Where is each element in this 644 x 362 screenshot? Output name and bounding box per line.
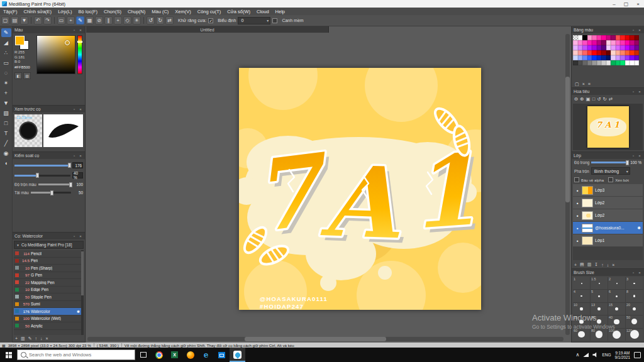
palette-swatch[interactable] bbox=[606, 35, 611, 40]
palette-swatch[interactable] bbox=[630, 35, 635, 40]
rotate-cw-button[interactable]: ↻ bbox=[156, 16, 164, 25]
store-taskbar-button[interactable] bbox=[214, 348, 230, 362]
move-up-button[interactable]: ↑ bbox=[601, 263, 604, 267]
palette-swatch[interactable] bbox=[620, 40, 625, 45]
maximize-button[interactable]: ▢ bbox=[620, 0, 632, 8]
palette-swatch[interactable] bbox=[611, 40, 616, 45]
excel-taskbar-button[interactable] bbox=[167, 348, 182, 362]
navigator-thumbnail[interactable]: 7 A 1 bbox=[587, 106, 629, 148]
palette-swatch[interactable] bbox=[601, 35, 606, 40]
flip-button[interactable]: ⇄ bbox=[165, 16, 174, 25]
brush-size-cell[interactable]: 25 bbox=[573, 315, 590, 327]
palette-swatch[interactable] bbox=[620, 45, 625, 50]
open-file-button[interactable]: ▤ bbox=[11, 16, 19, 25]
menu-item-3[interactable]: Lớp(L) bbox=[55, 9, 75, 14]
brush-size-cell[interactable]: 8 bbox=[626, 290, 643, 302]
palette-swatch[interactable] bbox=[620, 35, 625, 40]
palette-swatch[interactable] bbox=[611, 55, 616, 60]
delete-color-button[interactable]: × bbox=[582, 82, 585, 86]
menu-item-1[interactable]: Tập(F) bbox=[0, 9, 21, 14]
menu-item-8[interactable]: Xem(V) bbox=[172, 9, 194, 14]
color-swatches[interactable] bbox=[15, 36, 29, 49]
palette-swatch[interactable] bbox=[601, 45, 606, 50]
palette-swatch[interactable] bbox=[625, 45, 630, 50]
undock-icon[interactable]: ▫ bbox=[631, 271, 636, 275]
palette-swatch[interactable] bbox=[578, 55, 583, 60]
alpha-lock-checkbox[interactable] bbox=[574, 177, 579, 182]
palette-swatch[interactable] bbox=[616, 40, 621, 45]
palette-swatch[interactable] bbox=[635, 35, 640, 40]
undock-icon[interactable]: ▫ bbox=[631, 28, 636, 32]
gradient-tool-button[interactable]: ▧ bbox=[1, 109, 11, 118]
brush-button[interactable]: ✎ bbox=[76, 16, 84, 25]
move-down-button[interactable]: ↓ bbox=[607, 263, 609, 267]
brush-size-cell[interactable]: 10 bbox=[573, 303, 590, 315]
magic-wand-tool-button[interactable]: ✶ bbox=[1, 79, 11, 87]
vertical-scrollbar-thumb[interactable] bbox=[565, 77, 570, 202]
brush-size-cell[interactable]: 2 bbox=[608, 277, 625, 289]
palette-swatch[interactable] bbox=[578, 40, 583, 45]
move-down-button[interactable]: ↓ bbox=[40, 336, 43, 341]
start-button[interactable] bbox=[0, 348, 17, 362]
palette-swatch[interactable] bbox=[597, 45, 602, 50]
palette-swatch[interactable] bbox=[578, 60, 583, 65]
brush-size-cell[interactable]: 60 bbox=[573, 329, 590, 341]
horizontal-scrollbar-thumb[interactable] bbox=[245, 337, 386, 341]
text-tool-button[interactable]: T bbox=[1, 129, 11, 138]
snap-off-button[interactable]: ⊘ bbox=[95, 16, 103, 25]
palette-swatch[interactable] bbox=[620, 60, 625, 65]
menu-item-11[interactable]: Cloud bbox=[253, 9, 272, 14]
palette-swatch[interactable] bbox=[587, 45, 592, 50]
antialias-checkbox[interactable]: ✓ bbox=[208, 18, 213, 23]
fill-tool-button[interactable]: ▼ bbox=[1, 99, 11, 107]
eraser-tool-button[interactable]: ◢ bbox=[1, 38, 11, 47]
network-icon[interactable] bbox=[583, 353, 589, 357]
palette-swatch[interactable] bbox=[587, 40, 592, 45]
palette-swatch[interactable] bbox=[573, 35, 578, 40]
palette-swatch[interactable] bbox=[630, 45, 635, 50]
palette-swatch[interactable] bbox=[573, 60, 578, 65]
add-layer-button[interactable]: + bbox=[574, 263, 577, 267]
clipping-checkbox[interactable] bbox=[608, 177, 613, 182]
close-icon[interactable]: × bbox=[78, 107, 83, 111]
palette-swatch[interactable] bbox=[578, 50, 583, 55]
palette-swatch[interactable] bbox=[635, 50, 640, 55]
palette-swatch[interactable] bbox=[625, 40, 630, 45]
add-color-button[interactable]: ▢ bbox=[575, 82, 579, 87]
palette-swatch[interactable] bbox=[592, 55, 597, 60]
medibang-taskbar-button[interactable] bbox=[230, 348, 245, 362]
palette-swatch[interactable] bbox=[611, 35, 616, 40]
brush-item-g-pen[interactable]: 97G Pen bbox=[14, 272, 84, 280]
brush-size-cell[interactable]: 13 bbox=[591, 303, 608, 315]
brush-size-cell[interactable]: 50 bbox=[626, 315, 643, 327]
palette-swatch[interactable] bbox=[582, 50, 587, 55]
palette-swatch[interactable] bbox=[582, 60, 587, 65]
menu-item-9[interactable]: Công cụ(T) bbox=[194, 9, 225, 14]
palette-swatch[interactable] bbox=[601, 50, 606, 55]
menu-item-7[interactable]: Màu (C) bbox=[148, 9, 172, 14]
close-icon[interactable]: × bbox=[637, 271, 642, 275]
layer-row[interactable]: ●@hoasakura0...✱ bbox=[573, 222, 643, 234]
palette-swatch[interactable] bbox=[587, 55, 592, 60]
brush-size-cell[interactable]: 6 bbox=[608, 290, 625, 302]
zoom-out-button[interactable]: ⊖ bbox=[574, 96, 578, 102]
hue-slider[interactable] bbox=[77, 35, 82, 74]
palette-swatch[interactable] bbox=[597, 60, 602, 65]
fit-screen-button[interactable]: ▣ bbox=[586, 96, 591, 102]
close-icon[interactable]: × bbox=[637, 154, 642, 158]
undock-icon[interactable]: ▫ bbox=[631, 154, 636, 158]
move-up-button[interactable]: ↑ bbox=[35, 336, 38, 341]
foreground-color-swatch[interactable] bbox=[15, 36, 25, 45]
palette-swatch[interactable] bbox=[597, 55, 602, 60]
palette-swatch[interactable] bbox=[587, 60, 592, 65]
palette-swatch[interactable] bbox=[635, 60, 640, 65]
brush-size-cell[interactable]: 1 bbox=[573, 277, 590, 289]
horizontal-scrollbar[interactable] bbox=[87, 337, 564, 341]
palette-swatch[interactable] bbox=[611, 60, 616, 65]
flip-button[interactable]: ⇄ bbox=[609, 96, 613, 102]
brush-size-cell[interactable]: 15 bbox=[608, 303, 625, 315]
brush-item-pen-sharp[interactable]: 10Pen (Sharp) bbox=[14, 265, 84, 272]
layer-visibility-icon[interactable]: ● bbox=[575, 239, 580, 243]
vertical-scrollbar[interactable] bbox=[565, 34, 570, 335]
palette-swatch[interactable] bbox=[597, 40, 602, 45]
